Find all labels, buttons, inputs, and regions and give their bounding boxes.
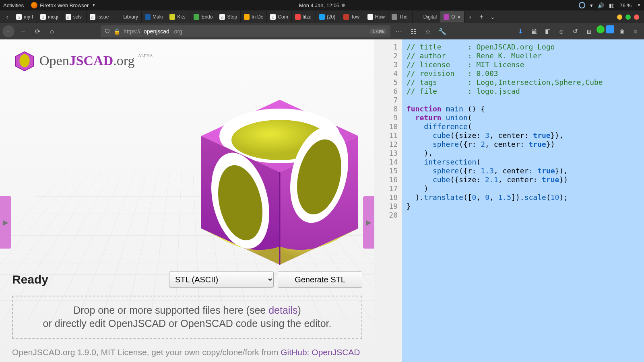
reload-button[interactable]: ⟳	[31, 25, 43, 37]
back-button[interactable]: ←	[2, 25, 14, 37]
right-panel-toggle[interactable]: ▶	[363, 196, 374, 249]
github-link[interactable]: GitHub: OpenJSCAD	[281, 348, 360, 357]
battery-percent: 76 %	[619, 2, 632, 8]
firefox-icon	[31, 2, 37, 8]
browser-tab-strip: ‹ ⌂my-f⌂mcqr⌂sctv⌂IssueLibraryMakiKitsEn…	[0, 10, 644, 23]
forward-button[interactable]: →	[17, 25, 29, 37]
browser-tab[interactable]: In-De	[241, 11, 267, 23]
battery-icon[interactable]: ▮▯	[609, 2, 615, 8]
network-icon[interactable]: ▾	[590, 2, 593, 8]
library-icon[interactable]: 🏛	[528, 25, 540, 37]
tab-label: my-f	[24, 14, 33, 20]
tab-label: O	[451, 14, 455, 20]
tab-label: Issue	[97, 14, 109, 20]
all-tabs-button[interactable]: ⌄	[487, 11, 498, 23]
tab-label: Com	[278, 14, 288, 20]
dropzone-text-2: or directly edit OpenJSCAD or OpenSCAD c…	[17, 317, 357, 331]
url-tld: .org	[173, 28, 182, 35]
favicon	[367, 14, 373, 20]
reader-icon[interactable]: ☷	[407, 25, 419, 37]
minimize-button[interactable]	[617, 14, 622, 20]
footer: OpenJSCAD.org 1.9.0, MIT License, get yo…	[12, 348, 360, 357]
hamburger-menu[interactable]: ≡	[630, 25, 642, 37]
browser-tab[interactable]: ⌂Com	[267, 11, 291, 23]
browser-tab[interactable]: ⌂mcqr	[37, 11, 62, 23]
bookmark-star-icon[interactable]: ☆	[422, 25, 434, 37]
zoom-indicator[interactable]: 170%	[370, 29, 386, 34]
favicon: ⌂	[40, 14, 46, 20]
code-content[interactable]: // title : OpenJSCAD.org Logo // author …	[402, 39, 603, 362]
browser-tab[interactable]: fitzc	[292, 11, 316, 23]
ext2-icon[interactable]	[606, 25, 614, 33]
tab-label: The	[399, 14, 408, 20]
devtools-icon[interactable]: 🔧	[436, 25, 448, 37]
address-bar[interactable]: 🛡 🔒 https://openjscad.org 170%	[101, 25, 390, 37]
favicon: ⌂	[219, 14, 225, 20]
url-host: openjscad	[144, 28, 169, 35]
chevron-right-icon: ▶	[366, 218, 372, 227]
favicon	[343, 14, 349, 20]
app-menu[interactable]: Firefox Web Browser ▼	[31, 2, 95, 8]
browser-tab[interactable]: Maki	[142, 11, 166, 23]
browser-tab[interactable]: Library	[112, 11, 142, 23]
browser-tab[interactable]: Tow	[340, 11, 364, 23]
tab-label: sctv	[73, 14, 82, 20]
app-logo: OpenJSCAD.org ALPHA	[14, 50, 153, 72]
browser-tab[interactable]: ⌂my-f	[13, 11, 37, 23]
format-select[interactable]: STL (ASCII)	[169, 272, 274, 288]
code-editor[interactable]: 1234567891011121314151617181920 // title…	[374, 39, 644, 362]
tab-scroll-right[interactable]: ›	[464, 11, 476, 23]
browser-tab[interactable]: O✕	[440, 11, 464, 23]
sidebar-icon[interactable]: ◧	[542, 25, 554, 37]
favicon: ⌂	[16, 14, 22, 20]
browser-tab[interactable]: (20)	[316, 11, 340, 23]
favicon	[244, 14, 250, 20]
browser-tab[interactable]: Digital	[413, 11, 440, 23]
favicon	[116, 14, 121, 20]
browser-tab[interactable]: How	[364, 11, 388, 23]
generate-button[interactable]: Generate STL	[278, 272, 362, 288]
3d-model-preview[interactable]	[185, 88, 374, 277]
favicon: ⌂	[66, 14, 71, 20]
logo-text: OpenJSCAD.org ALPHA	[39, 53, 153, 68]
home-button[interactable]: ⌂	[46, 25, 58, 37]
tab-label: In-De	[252, 14, 263, 20]
favicon	[416, 14, 421, 20]
browser-tab[interactable]: ⌂Step	[216, 11, 241, 23]
tab-scroll-left[interactable]: ‹	[2, 11, 13, 23]
close-window-button[interactable]	[634, 14, 639, 20]
details-link[interactable]: details	[268, 304, 297, 316]
browser-tab[interactable]: Endo	[190, 11, 216, 23]
note-icon[interactable]: 🗎	[583, 25, 595, 37]
sync-icon[interactable]: ↺	[569, 25, 581, 37]
favicon: ⌂	[270, 14, 276, 20]
new-tab-button[interactable]: +	[476, 13, 487, 21]
volume-icon[interactable]: 🔊	[598, 2, 604, 8]
page-actions-button[interactable]: ⋯	[393, 25, 405, 37]
browser-tab[interactable]: The	[388, 11, 413, 23]
account-icon[interactable]: ☺	[555, 25, 568, 37]
clock[interactable]: Mon 4 Jan, 12:05	[299, 2, 345, 8]
svg-point-1	[19, 54, 29, 67]
file-drop-zone[interactable]: Drop one or more supported files here (s…	[12, 296, 362, 339]
maximize-button[interactable]	[625, 14, 631, 20]
close-tab-icon[interactable]: ✕	[457, 14, 461, 20]
tab-label: Step	[227, 14, 237, 20]
left-panel-toggle[interactable]: ▶	[0, 196, 11, 249]
ext3-icon[interactable]: ◉	[616, 25, 628, 37]
system-tray[interactable]: ▾ 🔊 ▮▯ 76 % ▼	[579, 2, 641, 8]
favicon	[319, 14, 325, 20]
downloads-icon[interactable]: ⬇	[514, 25, 526, 37]
lock-icon[interactable]: 🔒	[114, 28, 120, 35]
chevron-down-icon: ▼	[637, 3, 641, 7]
viewport-pane[interactable]: OpenJSCAD.org ALPHA	[0, 39, 374, 362]
browser-tab[interactable]: ⌂Issue	[87, 11, 113, 23]
browser-tab[interactable]: Kits	[166, 11, 190, 23]
activities-button[interactable]: Activities	[3, 2, 24, 8]
notification-dot-icon	[342, 4, 345, 7]
ext1-icon[interactable]	[597, 25, 605, 33]
shield-icon[interactable]: 🛡	[105, 28, 110, 35]
logo-cube-icon	[14, 50, 35, 72]
browser-tab[interactable]: ⌂sctv	[62, 11, 87, 23]
updates-icon[interactable]	[579, 2, 585, 8]
